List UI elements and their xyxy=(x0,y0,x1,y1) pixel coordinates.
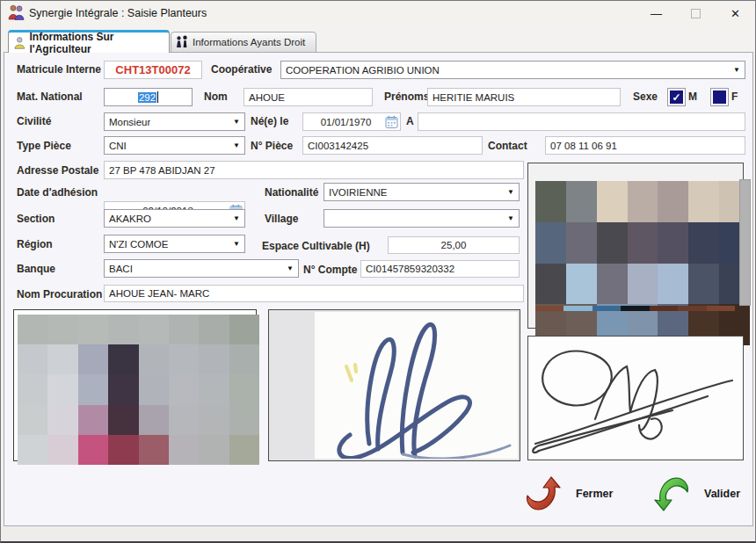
tab-informations-ayants-droit[interactable]: Informations Ayants Droit xyxy=(171,32,316,53)
red-close-arrow-icon xyxy=(525,475,562,512)
window-title: Synergie Intégrale : Saisie Planteurs xyxy=(29,7,207,19)
nom-procuration-input[interactable]: AHOUE JEAN- MARC xyxy=(104,285,524,302)
num-piece-input[interactable]: CI003142425 xyxy=(302,136,483,155)
signature-2-strokes xyxy=(528,337,743,460)
signature-image-2 xyxy=(527,336,744,460)
contact-input[interactable]: 07 08 11 06 91 xyxy=(545,136,745,155)
family-icon xyxy=(175,35,189,49)
num-compte-label: N° Compte xyxy=(303,264,357,276)
adresse-postale-input[interactable]: 27 BP 478 ABIDJAN 27 xyxy=(104,161,524,179)
nationalite-label: Nationalité xyxy=(265,186,318,199)
tab-informations-agriculteur[interactable]: Informations Sur l'Agriculteur xyxy=(8,30,170,53)
maximize-button[interactable] xyxy=(676,1,716,25)
close-button[interactable]: ✕ xyxy=(716,1,755,25)
ne-le-date-input[interactable]: 01/01/1970 xyxy=(302,112,401,131)
sexe-label: Sexe xyxy=(633,90,658,103)
chevron-down-icon: ▼ xyxy=(233,118,240,126)
section-select[interactable]: AKAKRO ▼ xyxy=(104,209,245,228)
nom-label: Nom xyxy=(204,90,228,103)
mat-national-label: Mat. National xyxy=(17,90,83,103)
signature-1-paper xyxy=(315,312,518,459)
matricule-interne-label: Matricule Interne xyxy=(17,63,101,76)
cooperative-select[interactable]: COOPERATION AGRIBIO UNION ▼ xyxy=(280,61,745,79)
calendar-icon[interactable] xyxy=(385,115,398,129)
id-card-pixels xyxy=(18,315,259,465)
type-piece-select[interactable]: CNI ▼ xyxy=(104,136,245,155)
chevron-down-icon: ▼ xyxy=(733,66,740,74)
espace-cultivable-input[interactable]: 25,00 xyxy=(388,236,520,254)
section-label: Section xyxy=(17,213,55,225)
sexe-m-label: M xyxy=(688,90,697,103)
cooperative-label: Coopérative xyxy=(211,63,272,76)
a-input[interactable] xyxy=(418,112,745,131)
minimize-button[interactable]: — xyxy=(636,1,676,25)
green-validate-arrow-icon xyxy=(653,475,690,512)
farmer-person-icon xyxy=(14,36,26,50)
sexe-f-label: F xyxy=(731,90,738,103)
chevron-down-icon: ▼ xyxy=(233,141,240,149)
chevron-down-icon: ▼ xyxy=(507,214,514,222)
signature-1-strokes xyxy=(315,312,518,459)
signature-image-1 xyxy=(268,309,520,461)
fermer-button-label: Fermer xyxy=(576,488,613,500)
contact-label: Contact xyxy=(488,140,527,152)
num-compte-input[interactable]: CI01457859320332 xyxy=(360,260,520,278)
fermer-button[interactable]: Fermer xyxy=(525,475,613,512)
sexe-f-checkbox[interactable] xyxy=(711,89,728,105)
farmer-photo xyxy=(527,163,744,329)
region-label: Région xyxy=(17,238,53,250)
banque-label: Banque xyxy=(17,263,55,275)
nom-input[interactable]: AHOUE xyxy=(244,88,373,106)
app-icon xyxy=(8,4,25,21)
chevron-down-icon: ▼ xyxy=(287,264,294,272)
matricule-interne-field[interactable]: CHT13T00072 xyxy=(104,61,202,79)
id-card-image xyxy=(13,309,257,461)
nom-procuration-label: Nom Procuration xyxy=(17,288,102,300)
chevron-down-icon: ▼ xyxy=(507,188,514,196)
village-select[interactable]: ▼ xyxy=(323,209,520,228)
mat-national-input[interactable]: 292 xyxy=(104,88,193,106)
window-bottom-strip xyxy=(1,526,755,542)
region-select[interactable]: N'ZI COMOE ▼ xyxy=(104,235,245,253)
photo-scrollbar[interactable] xyxy=(739,179,751,306)
tab-label: Informations Sur l'Agriculteur xyxy=(30,31,164,55)
espace-cultivable-label: Espace Cultivable (H) xyxy=(262,240,370,252)
chevron-down-icon: ▼ xyxy=(233,240,240,248)
farmer-photo-strip xyxy=(535,306,735,311)
minimize-icon: — xyxy=(651,7,662,20)
title-bar: Synergie Intégrale : Saisie Planteurs — … xyxy=(1,1,755,25)
app-window: Synergie Intégrale : Saisie Planteurs — … xyxy=(0,0,756,543)
maximize-icon xyxy=(691,9,701,18)
a-label: A xyxy=(406,115,414,127)
num-piece-label: N° Pièce xyxy=(251,140,293,152)
text-caret xyxy=(157,91,158,103)
prenoms-input[interactable]: HERITIE MARUIS xyxy=(427,88,621,106)
village-label: Village xyxy=(265,213,298,225)
ne-le-label: Né(e) le xyxy=(251,115,288,127)
farmer-photo-pixels xyxy=(535,181,750,345)
civilite-select[interactable]: Monsieur ▼ xyxy=(104,112,245,131)
civilite-label: Civilité xyxy=(17,115,51,127)
chevron-down-icon: ▼ xyxy=(233,214,240,222)
sexe-m-checkbox[interactable] xyxy=(668,89,685,105)
valider-button[interactable]: Valider xyxy=(653,475,740,512)
date-adhesion-label: Date d'adhésion xyxy=(17,186,98,199)
banque-select[interactable]: BACI ▼ xyxy=(104,259,299,278)
prenoms-label: Prénoms xyxy=(384,90,429,103)
nationalite-select[interactable]: IVOIRIENNE ▼ xyxy=(323,183,520,201)
tab-label: Informations Ayants Droit xyxy=(193,37,305,47)
close-icon: ✕ xyxy=(731,7,740,20)
valider-button-label: Valider xyxy=(704,488,740,500)
selected-text: 292 xyxy=(138,92,156,103)
adresse-postale-label: Adresse Postale xyxy=(17,164,98,177)
type-piece-label: Type Pièce xyxy=(17,140,71,152)
